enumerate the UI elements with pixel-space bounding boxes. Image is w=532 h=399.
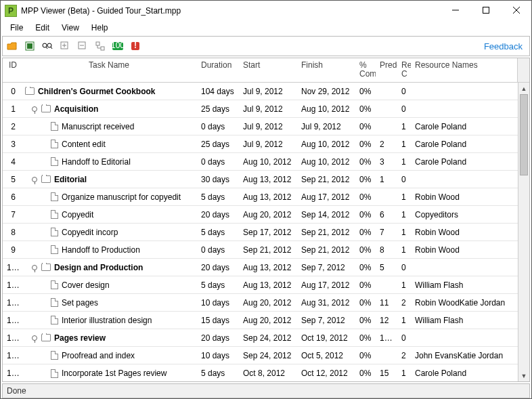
table-row[interactable]: 12Set pages10 daysAug 20, 2012Aug 31, 20…	[3, 294, 529, 312]
cell-finish: Sep 7, 2012	[297, 316, 355, 325]
table-row[interactable]: 9Handoff to Production0 daysSep 21, 2012…	[3, 241, 529, 259]
window-title: MPP Viewer (Beta) - Guided Tour_Start.mp…	[21, 6, 440, 16]
cell-pct: 0%	[355, 333, 376, 343]
key-icon	[32, 265, 37, 270]
table-row[interactable]: 5Editorial30 daysAug 13, 2012Sep 21, 201…	[3, 171, 529, 188]
maximize-button[interactable]	[470, 1, 501, 20]
table-row[interactable]: 13Interior illustration design15 daysAug…	[3, 312, 529, 329]
cell-rc: 1	[397, 245, 411, 255]
col-pred[interactable]: Prede	[376, 58, 397, 82]
cell-pred: 11	[376, 298, 397, 308]
table-row[interactable]: 1Acquisition25 daysJul 9, 2012Aug 10, 20…	[3, 100, 529, 118]
cell-pct: 0%	[355, 122, 376, 131]
cell-finish: Aug 17, 2012	[297, 280, 355, 290]
scroll-thumb[interactable]	[520, 94, 528, 175]
col-start[interactable]: Start	[239, 58, 297, 82]
cell-rc: 1	[397, 316, 411, 325]
cell-start: Sep 24, 2012	[239, 351, 297, 360]
vertical-scrollbar[interactable]: ▲ ▼	[518, 83, 529, 381]
table-row[interactable]: 8Copyedit incorp5 daysSep 17, 2012Sep 21…	[3, 224, 529, 241]
task-label: Cover design	[62, 280, 110, 290]
cell-res: Copyeditors	[411, 210, 529, 219]
cell-res: Robin WoodKatie Jordan	[411, 298, 529, 308]
table-row[interactable]: 0Children's Gourmet Cookbook104 daysJul …	[3, 83, 529, 100]
table-row[interactable]: 4Handoff to Editorial0 daysAug 10, 2012A…	[3, 153, 529, 171]
document-icon	[51, 369, 58, 378]
cell-res: Carole Poland	[411, 122, 529, 131]
table-row[interactable]: 14Pages review20 daysSep 24, 2012Oct 19,…	[3, 329, 529, 347]
col-finish[interactable]: Finish	[297, 58, 355, 82]
task-label: Pages review	[54, 333, 106, 343]
table-row[interactable]: 2Manuscript received0 daysJul 9, 2012Jul…	[3, 118, 529, 135]
export-icon[interactable]	[24, 41, 35, 51]
cell-rc: 1	[397, 157, 411, 167]
cell-name: Pages review	[21, 333, 197, 343]
cell-pct: 0%	[355, 245, 376, 255]
menu-file[interactable]: File	[5, 22, 28, 34]
col-duration[interactable]: Duration	[197, 58, 239, 82]
table-row[interactable]: 3Content edit25 daysJul 9, 2012Aug 10, 2…	[3, 135, 529, 153]
cell-res: Carole Poland	[411, 369, 529, 378]
find-icon[interactable]	[42, 41, 53, 51]
task-label: Copyedit	[62, 210, 93, 219]
col-rc[interactable]: ReC	[397, 58, 411, 82]
document-icon	[51, 140, 58, 148]
red-badge-icon[interactable]: !	[130, 41, 141, 51]
cell-start: Aug 20, 2012	[239, 210, 297, 219]
task-label: Incorporate 1st Pages review	[62, 369, 167, 378]
col-id[interactable]: ID	[3, 58, 21, 82]
cell-pred: 7	[376, 228, 397, 237]
open-icon[interactable]	[7, 41, 18, 51]
cell-name: Handoff to Production	[21, 245, 197, 255]
cell-name: Copyedit incorp	[21, 228, 197, 237]
col-res[interactable]: Resource Names	[411, 58, 517, 82]
cell-duration: 20 days	[197, 210, 239, 219]
task-grid: ID Task Name Duration Start Finish %Com …	[2, 58, 530, 382]
cell-pct: 0%	[355, 140, 376, 149]
close-button[interactable]	[501, 1, 531, 20]
task-label: Content edit	[62, 140, 106, 149]
outline-icon[interactable]	[95, 41, 106, 51]
cell-finish: Sep 7, 2012	[297, 263, 355, 272]
cell-rc: 0	[397, 263, 411, 272]
expand-icon[interactable]	[60, 41, 70, 51]
cell-start: Sep 24, 2012	[239, 333, 297, 343]
menu-help[interactable]: Help	[86, 22, 114, 34]
menubar: File Edit View Help	[1, 21, 531, 35]
table-row[interactable]: 7Copyedit20 daysAug 20, 2012Sep 14, 2012…	[3, 206, 529, 224]
collapse-icon[interactable]	[77, 41, 88, 51]
scroll-down-icon[interactable]: ▼	[518, 370, 529, 381]
scroll-up-icon[interactable]: ▲	[518, 83, 529, 94]
minimize-button[interactable]	[440, 1, 470, 20]
feedback-link[interactable]: Feedback	[484, 41, 525, 51]
table-row[interactable]: 11Cover design5 daysAug 13, 2012Aug 17, …	[3, 276, 529, 294]
cell-finish: Aug 10, 2012	[297, 157, 355, 167]
cell-res: Robin Wood	[411, 192, 529, 202]
cell-finish: Aug 31, 2012	[297, 298, 355, 308]
cell-start: Jul 9, 2012	[239, 104, 297, 114]
cell-rc: 0	[397, 87, 411, 96]
svg-rect-16	[101, 47, 104, 50]
cell-rc: 0	[397, 175, 411, 184]
cell-pred: 15	[376, 369, 397, 378]
document-icon	[51, 192, 58, 201]
cell-res: Robin Wood	[411, 228, 529, 237]
cell-finish: Sep 21, 2012	[297, 175, 355, 184]
cell-start: Aug 13, 2012	[239, 192, 297, 202]
table-row[interactable]: 6Organize manuscript for copyedit5 daysA…	[3, 188, 529, 206]
table-row[interactable]: 10Design and Production20 daysAug 13, 20…	[3, 259, 529, 276]
cell-pct: 0%	[355, 192, 376, 202]
cell-start: Jul 9, 2012	[239, 87, 297, 96]
svg-line-9	[51, 47, 52, 49]
cell-res: Robin Wood	[411, 245, 529, 255]
app-window: P MPP Viewer (Beta) - Guided Tour_Start.…	[0, 0, 532, 399]
col-task[interactable]: Task Name	[21, 58, 197, 82]
green-badge-icon[interactable]: 100	[112, 41, 123, 51]
cell-finish: Oct 5, 2012	[297, 351, 355, 360]
col-pct[interactable]: %Com	[355, 58, 376, 82]
menu-view[interactable]: View	[56, 22, 85, 34]
task-label: Design and Production	[54, 263, 143, 272]
table-row[interactable]: 16Incorporate 1st Pages review5 daysOct …	[3, 364, 529, 381]
table-row[interactable]: 15Proofread and index10 daysSep 24, 2012…	[3, 347, 529, 364]
menu-edit[interactable]: Edit	[30, 22, 55, 34]
